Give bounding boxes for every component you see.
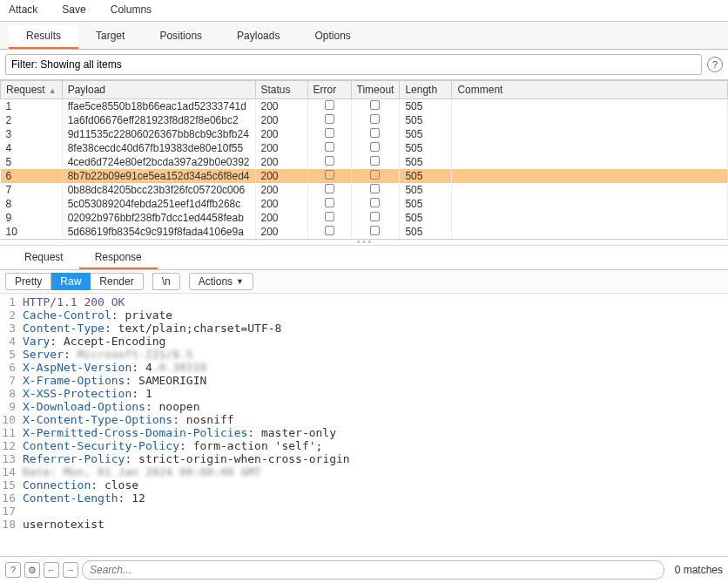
results-table-wrap: Request▲ Payload Status Error Timeout Le…	[0, 80, 728, 239]
table-row[interactable]: 902092b976bbf238fb7dcc1ed4458feab200505	[1, 211, 728, 225]
table-row[interactable]: 68b7b22b09e91ce5ea152d34a5c6f8ed4200505	[1, 169, 728, 183]
checkbox[interactable]	[325, 142, 334, 152]
tab-request[interactable]: Request	[9, 247, 79, 269]
table-row[interactable]: 21a6fd06676eff281923f8d82f8e06bc2200505	[1, 113, 728, 127]
view-raw[interactable]: Raw	[51, 273, 91, 290]
menu-save[interactable]: Save	[62, 3, 85, 16]
checkbox[interactable]	[370, 212, 380, 221]
checkbox[interactable]	[370, 156, 380, 166]
view-pretty[interactable]: Pretty	[5, 273, 51, 290]
checkbox[interactable]	[370, 184, 380, 193]
checkbox[interactable]	[325, 156, 334, 166]
col-timeout[interactable]: Timeout	[351, 81, 400, 99]
col-request[interactable]: Request▲	[1, 81, 63, 99]
gear-icon[interactable]: ⚙	[24, 562, 40, 578]
checkbox[interactable]	[325, 170, 334, 180]
checkbox[interactable]	[325, 198, 334, 207]
tab-response[interactable]: Response	[79, 247, 158, 269]
table-row[interactable]: 48fe38cecdc40d67fb19383de80e10f55200505	[1, 141, 728, 155]
top-menu: Attack Save Columns	[0, 0, 728, 22]
splitter[interactable]: • • •	[0, 239, 728, 246]
chevron-down-icon: ▼	[236, 277, 244, 286]
help-icon[interactable]: ?	[5, 562, 21, 578]
help-icon[interactable]: ?	[707, 57, 723, 72]
table-row[interactable]: 54ced6d724e80ef2bcda397a29b0e0392200505	[1, 155, 728, 169]
menu-attack[interactable]: Attack	[9, 3, 37, 16]
filter-input[interactable]	[5, 54, 702, 75]
search-input[interactable]	[82, 560, 664, 580]
checkbox[interactable]	[325, 212, 334, 221]
detail-tabs: Request Response	[0, 246, 728, 270]
bottom-bar: ? ⚙ ← → 0 matches	[0, 556, 728, 583]
tab-positions[interactable]: Positions	[142, 25, 219, 49]
response-body[interactable]: 1HTTP/1.1 200 OK2Cache-Control: private3…	[0, 294, 728, 556]
checkbox[interactable]	[370, 226, 380, 235]
match-count: 0 matches	[668, 564, 723, 576]
checkbox[interactable]	[325, 114, 334, 124]
view-newline[interactable]: \n	[152, 273, 180, 290]
col-comment[interactable]: Comment	[452, 81, 728, 99]
menu-columns[interactable]: Columns	[111, 3, 152, 16]
col-payload[interactable]: Payload	[62, 81, 255, 99]
main-tabs: Results Target Positions Payloads Option…	[0, 22, 728, 50]
checkbox[interactable]	[370, 170, 380, 180]
tab-results[interactable]: Results	[9, 25, 78, 49]
tab-target[interactable]: Target	[78, 25, 142, 49]
table-row[interactable]: 85c053089204febda251eef1d4ffb268c200505	[1, 197, 728, 211]
checkbox[interactable]	[370, 128, 380, 138]
view-bar: Pretty Raw Render \n Actions▼	[0, 270, 728, 294]
checkbox[interactable]	[325, 184, 334, 193]
tab-payloads[interactable]: Payloads	[219, 25, 297, 49]
tab-options[interactable]: Options	[297, 25, 367, 49]
table-row[interactable]: 70b88dc84205bcc23b3f26fc05720c006200505	[1, 183, 728, 197]
checkbox[interactable]	[325, 226, 334, 235]
filter-row: ?	[0, 50, 728, 80]
next-icon[interactable]: →	[63, 562, 78, 578]
col-error[interactable]: Error	[307, 81, 351, 99]
prev-icon[interactable]: ←	[44, 562, 59, 578]
table-row[interactable]: 1ffae5ce8550b18b66eac1ad52333741d200505	[1, 99, 728, 114]
table-row[interactable]: 39d11535c22806026367bb8cb9c3bfb24200505	[1, 127, 728, 141]
checkbox[interactable]	[325, 100, 334, 110]
actions-button[interactable]: Actions▼	[189, 273, 253, 290]
results-table: Request▲ Payload Status Error Timeout Le…	[0, 80, 728, 239]
view-render[interactable]: Render	[91, 273, 143, 290]
checkbox[interactable]	[370, 142, 380, 152]
sort-asc-icon: ▲	[49, 86, 57, 95]
col-status[interactable]: Status	[255, 81, 307, 99]
checkbox[interactable]	[370, 198, 380, 207]
checkbox[interactable]	[370, 114, 380, 124]
checkbox[interactable]	[370, 100, 380, 110]
checkbox[interactable]	[325, 128, 334, 138]
col-length[interactable]: Length	[400, 81, 452, 99]
